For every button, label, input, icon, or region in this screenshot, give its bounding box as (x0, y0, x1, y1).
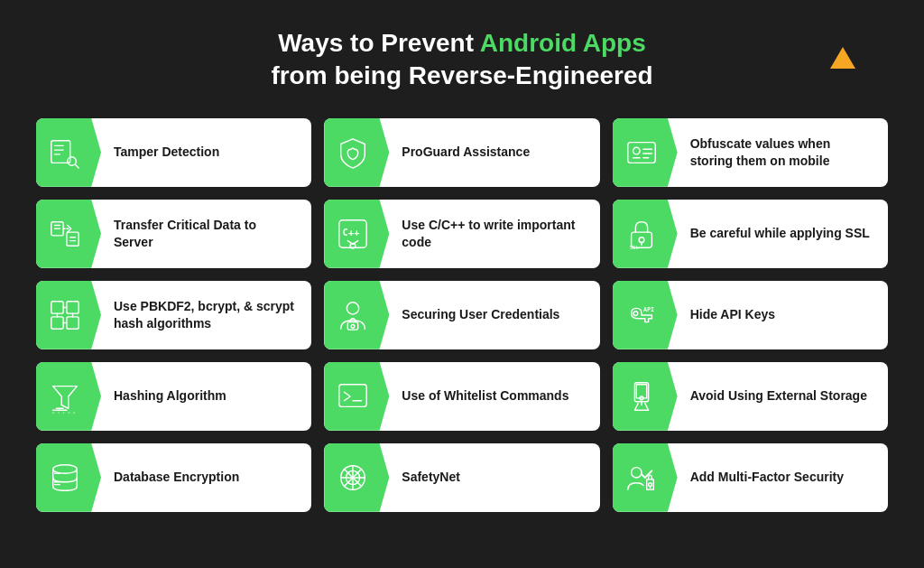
card-whitelist: Use of Whitelist Commands (324, 362, 599, 431)
svg-line-21 (348, 240, 354, 244)
obfuscate-icon-bg (613, 118, 678, 187)
title-line-2: from being Reverse-Engineered (271, 60, 652, 92)
ssl-lock-icon: SSL (624, 217, 659, 251)
svg-point-37 (351, 324, 355, 328)
card-credentials: Securing User Credentials (324, 281, 599, 349)
cpp-label: Use C/C++ to write important code (389, 208, 599, 260)
tamper-detection-label: Tamper Detection (101, 135, 311, 170)
user-lock-icon (336, 298, 370, 332)
card-obfuscate: Obfuscate values when storing them on mo… (613, 118, 888, 187)
svg-text:API: API (643, 306, 654, 313)
svg-text:SSL: SSL (629, 245, 639, 250)
title-highlight: Android Apps (480, 29, 646, 57)
svg-rect-44 (339, 384, 366, 406)
card-transfer: Transfer Critical Data to Server (36, 200, 311, 268)
credentials-icon-bg (324, 281, 389, 349)
svg-point-35 (347, 303, 359, 314)
database-icon-bg (36, 443, 101, 512)
svg-rect-28 (67, 302, 79, 313)
card-api-keys: API Hide API Keys (613, 281, 888, 349)
svg-line-22 (353, 240, 358, 244)
ssl-label: Be careful while applying SSL (678, 216, 888, 251)
card-ssl: SSL Be careful while applying SSL (613, 200, 888, 268)
svg-point-7 (633, 147, 640, 154)
safetynet-icon-bg (324, 443, 389, 512)
card-database: Database Encryption (36, 443, 311, 512)
svg-line-5 (75, 164, 79, 168)
svg-rect-13 (67, 232, 79, 246)
card-proguard: ProGuard Assistance (324, 118, 599, 187)
title-line-1: Ways to Prevent Android Apps (271, 27, 652, 60)
card-mfa: Add Multi-Factor Security (613, 443, 888, 512)
svg-point-38 (633, 312, 638, 316)
api-icon-bg: API (613, 281, 678, 349)
hash-algo-icon (48, 298, 82, 332)
whitelist-icon-bg (324, 362, 389, 431)
database-label: Database Encryption (101, 460, 311, 495)
storage-label: Avoid Using External Storage (678, 378, 888, 414)
ssl-icon-bg: SSL (613, 200, 678, 268)
title-section: Ways to Prevent Android Apps from being … (271, 27, 652, 93)
svg-rect-6 (627, 142, 654, 163)
svg-text:C++: C++ (343, 227, 360, 237)
card-storage: Avoid Using External Storage (613, 362, 888, 431)
magnify-icon (48, 135, 82, 170)
pbkdf2-icon-bg (36, 281, 101, 349)
mfa-icon (624, 461, 659, 495)
card-hashing: 0 1 1 0 0 Hashing Algorithm (36, 362, 311, 431)
database-icon (48, 461, 82, 495)
cards-grid: Tamper Detection ProGuard Assistance Obf… (36, 118, 888, 512)
svg-point-60 (631, 467, 641, 477)
whitelist-label: Use of Whitelist Commands (389, 378, 599, 414)
svg-point-50 (53, 465, 78, 474)
tamper-detection-icon-bg (36, 118, 101, 187)
shield-hands-icon (336, 135, 370, 170)
api-key-icon: API (624, 298, 659, 332)
hashing-label: Hashing Algorithm (101, 378, 311, 414)
cpp-icon-bg: C++ (324, 200, 389, 268)
svg-rect-27 (51, 302, 63, 313)
credentials-label: Securing User Credentials (389, 297, 599, 332)
title-text-1: Ways to Prevent (278, 29, 480, 57)
obfuscate-label: Obfuscate values when storing them on mo… (678, 126, 888, 179)
svg-text:0 1 1 0 0: 0 1 1 0 0 (52, 412, 76, 414)
svg-rect-30 (67, 317, 79, 329)
card-tamper-detection: Tamper Detection (36, 118, 311, 187)
logo (830, 47, 855, 69)
mfa-label: Add Multi-Factor Security (678, 460, 888, 495)
storage-icon (624, 379, 659, 414)
svg-marker-40 (53, 386, 78, 408)
card-pbkdf2: Use PBKDF2, bcrypt, & scrypt hash algori… (36, 281, 311, 349)
safetynet-label: SafetyNet (389, 460, 599, 495)
transfer-icon (48, 217, 82, 251)
svg-rect-29 (51, 317, 63, 329)
safetynet-icon (336, 461, 370, 495)
mfa-icon-bg (613, 443, 678, 512)
storage-icon-bg (613, 362, 678, 431)
cpp-icon: C++ (336, 217, 370, 251)
proguard-icon-bg (324, 118, 389, 187)
card-safetynet: SafetyNet (324, 443, 599, 512)
filter-icon: 0 1 1 0 0 (48, 379, 82, 414)
proguard-label: ProGuard Assistance (389, 135, 599, 170)
svg-point-24 (639, 237, 644, 243)
terminal-icon (336, 379, 370, 414)
transfer-icon-bg (36, 200, 101, 268)
api-keys-label: Hide API Keys (678, 297, 888, 332)
pbkdf2-label: Use PBKDF2, bcrypt, & scrypt hash algori… (101, 289, 311, 341)
id-card-icon (624, 135, 659, 170)
card-cpp: C++ Use C/C++ to write important code (324, 200, 599, 268)
hashing-icon-bg: 0 1 1 0 0 (36, 362, 101, 431)
transfer-label: Transfer Critical Data to Server (101, 208, 311, 260)
